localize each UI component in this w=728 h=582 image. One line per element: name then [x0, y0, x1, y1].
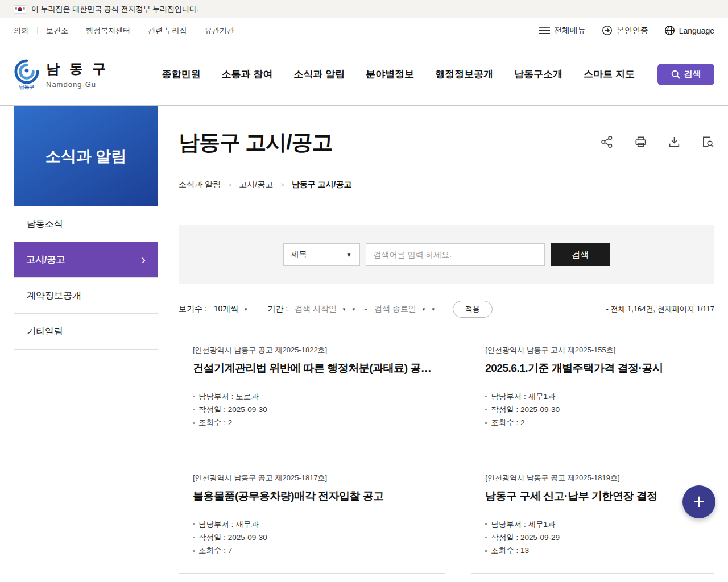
official-gov-banner: 이 누리집은 대한민국 공식 전자정부 누리집입니다. [0, 0, 728, 18]
bullet-icon [485, 409, 487, 410]
bullet-icon [485, 422, 487, 424]
print-button[interactable] [634, 135, 647, 148]
quick-menu-fab[interactable]: + [682, 485, 715, 518]
breadcrumb-item-notices[interactable]: 고시/공고 [239, 180, 273, 190]
sidebar-item-other-notices[interactable]: 기타알림 [14, 314, 158, 350]
search-icon [671, 70, 680, 79]
util-link-welfare-center[interactable]: 행정복지센터 [86, 26, 130, 36]
sidebar-item-label: 계약정보공개 [27, 290, 81, 302]
search-field-select[interactable]: 제목 ▼ [283, 243, 360, 266]
bullet-icon [193, 523, 195, 525]
notice-title[interactable]: 2025.6.1.기준 개별주택가격 결정·공시 [485, 361, 700, 376]
util-link-council[interactable]: 의회 [14, 26, 28, 36]
bullet-icon [193, 422, 195, 424]
main-nav: 종합민원 소통과 참여 소식과 알림 분야별정보 행정정보공개 남동구소개 스마… [162, 68, 635, 81]
sidebar-menu: 남동소식 고시/공고 › 계약정보공개 기타알림 [14, 206, 158, 350]
notice-meta: 담당부서 : 세무1과 작성일 : 2025-09-29 조회수 : 13 [485, 518, 700, 558]
divider [77, 27, 77, 34]
dropdown-caret-icon: ▼ [421, 307, 426, 312]
breadcrumb-separator: > [280, 181, 284, 188]
list-filter-row: 보기수 : 10개씩 ▼ 기간 : 검색 시작일 ▼ ▼ ~ 검색 종료일 ▼ … [179, 301, 714, 318]
list-divider [179, 326, 433, 326]
sidebar-item-label: 고시/공고 [26, 254, 65, 266]
sidebar-section-title: 소식과 알림 [14, 106, 158, 206]
util-link-partner-orgs[interactable]: 유관기관 [205, 26, 234, 36]
notice-department: 담당부서 : 세무1과 [491, 390, 555, 403]
logo-korean-name: 남 동 구 [46, 60, 109, 78]
util-link-health-center[interactable]: 보건소 [46, 26, 68, 36]
notice-title[interactable]: 남동구 구세 신고·납부 기한연장 결정 [485, 489, 700, 504]
bullet-icon [485, 550, 487, 552]
notice-meta: 담당부서 : 세무1과 작성일 : 2025-09-30 조회수 : 2 [485, 390, 700, 430]
language-button[interactable]: Language [664, 25, 714, 36]
sidebar-item-notices[interactable]: 고시/공고 › [14, 242, 158, 278]
main-content: 남동구 고시/공고 [179, 106, 714, 580]
hamburger-icon [539, 27, 550, 34]
logo-text: 남 동 구 Namdong-Gu [46, 60, 109, 89]
search-keyword-input[interactable] [366, 243, 545, 266]
globe-icon [664, 25, 675, 36]
apply-filter-button[interactable]: 적용 [453, 301, 493, 318]
dropdown-caret-icon: ▼ [342, 307, 346, 312]
util-link-related-sites[interactable]: 관련 누리집 [148, 26, 187, 36]
page-title: 남동구 고시/공고 [179, 128, 333, 157]
nav-item-civil-service[interactable]: 종합민원 [162, 68, 201, 81]
breadcrumb-separator: > [228, 181, 231, 188]
notice-meta: 담당부서 : 도로과 작성일 : 2025-09-30 조회수 : 2 [193, 390, 431, 430]
notice-views: 조회수 : 2 [198, 416, 232, 429]
utility-bar: 의회 보건소 행정복지센터 관련 누리집 유관기관 전체메뉴 [0, 18, 728, 43]
page-magnify-button[interactable] [701, 135, 714, 148]
nav-item-about-namdong[interactable]: 남동구소개 [514, 68, 562, 81]
share-button[interactable] [601, 135, 614, 148]
nav-item-smart-map[interactable]: 스마트 지도 [584, 68, 635, 81]
divider [196, 27, 196, 34]
dropdown-caret-icon: ▼ [346, 252, 352, 258]
identity-auth-button[interactable]: 본인인증 [602, 25, 648, 36]
nav-item-info-disclosure[interactable]: 행정정보공개 [435, 68, 493, 81]
breadcrumb-item-news[interactable]: 소식과 알림 [179, 180, 221, 190]
notice-date: 작성일 : 2025-09-30 [491, 403, 560, 416]
notice-number: [인천광역시 남동구 공고 제2025-1819호] [485, 473, 700, 483]
notice-card[interactable]: [인천광역시 남동구 고시 제2025-155호] 2025.6.1.기준 개별… [471, 330, 714, 446]
auth-arrow-circle-icon [602, 25, 613, 36]
notice-card[interactable]: [인천광역시 남동구 공고 제2025-1819호] 남동구 구세 신고·납부 … [471, 458, 714, 574]
notice-card[interactable]: [인천광역시 남동구 공고 제2025-1817호] 불용물품(공무용차량)매각… [179, 458, 445, 574]
nav-item-field-info[interactable]: 분야별정보 [366, 68, 414, 81]
bullet-icon [193, 537, 195, 538]
notice-card[interactable]: [인천광역시 남동구 공고 제2025-1822호] 건설기계관리법 위반에 따… [179, 330, 445, 446]
logo-swirl-icon: 남동구 [14, 59, 40, 90]
header-search-button[interactable]: 검색 [657, 64, 714, 85]
sidebar: 소식과 알림 남동소식 고시/공고 › 계약정보공개 기타알림 [14, 106, 158, 350]
nav-item-news[interactable]: 소식과 알림 [294, 68, 345, 81]
language-label: Language [679, 26, 714, 35]
notice-meta: 담당부서 : 재무과 작성일 : 2025-09-30 조회수 : 7 [193, 518, 431, 558]
logo-mark-text: 남동구 [19, 85, 35, 90]
notice-title[interactable]: 불용물품(공무용차량)매각 전자입찰 공고 [193, 489, 431, 504]
notice-number: [인천광역시 남동구 공고 제2025-1822호] [193, 345, 431, 355]
divider [37, 27, 38, 34]
korean-flag-icon [14, 5, 26, 14]
all-menu-label: 전체메뉴 [554, 26, 586, 36]
end-date-value: 검색 종료일 [374, 304, 416, 314]
header-search-label: 검색 [684, 69, 701, 80]
notice-department: 담당부서 : 세무1과 [491, 518, 555, 531]
site-logo[interactable]: 남동구 남 동 구 Namdong-Gu [14, 59, 109, 90]
nav-item-participation[interactable]: 소통과 참여 [222, 68, 273, 81]
download-button[interactable] [668, 135, 681, 148]
notice-number: [인천광역시 남동구 공고 제2025-1817호] [193, 473, 431, 483]
sidebar-item-contract-info[interactable]: 계약정보공개 [14, 278, 158, 314]
official-banner-text: 이 누리집은 대한민국 공식 전자정부 누리집입니다. [31, 4, 199, 14]
sidebar-item-label: 기타알림 [27, 326, 63, 338]
search-submit-button[interactable]: 검색 [551, 243, 610, 266]
start-date-select[interactable]: 검색 시작일 ▼ ▼ [293, 304, 358, 314]
view-count-select[interactable]: 10개씩 ▼ [212, 304, 250, 314]
end-date-select[interactable]: 검색 종료일 ▼ ▼ [373, 304, 437, 314]
all-menu-button[interactable]: 전체메뉴 [539, 26, 586, 36]
notice-views: 조회수 : 7 [198, 544, 232, 557]
notice-title[interactable]: 건설기계관리법 위반에 따른 행정처분(과태료) 공… [193, 361, 431, 376]
divider [139, 27, 139, 34]
notice-date: 작성일 : 2025-09-29 [491, 531, 560, 544]
notice-date: 작성일 : 2025-09-30 [198, 403, 267, 416]
view-count-label: 보기수 : [179, 304, 207, 314]
sidebar-item-namdong-news[interactable]: 남동소식 [14, 206, 158, 242]
